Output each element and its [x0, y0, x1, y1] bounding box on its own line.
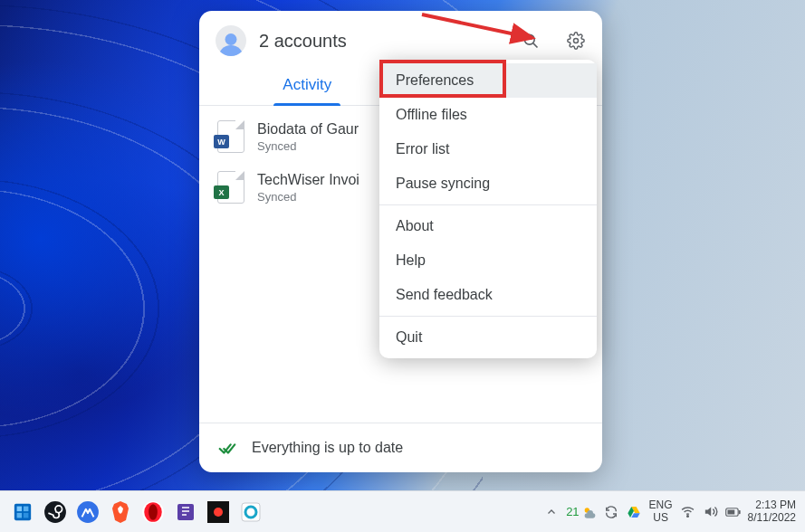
svg-rect-22 — [738, 509, 740, 513]
settings-menu: Preferences Offline files Error list Pau… — [379, 60, 597, 358]
menu-preferences[interactable]: Preferences — [379, 63, 597, 98]
steam-icon[interactable] — [42, 499, 69, 526]
taskbar: 21 ENG US 2:13 PM 8/11/2022 — [0, 490, 805, 532]
menu-send-feedback[interactable]: Send feedback — [379, 278, 597, 312]
file-name: TechWiser Invoi — [257, 171, 359, 188]
nordvpn-icon[interactable] — [74, 499, 101, 526]
menu-offline-files[interactable]: Offline files — [379, 98, 597, 132]
menu-sep — [379, 204, 597, 205]
svg-rect-14 — [177, 504, 194, 520]
svg-rect-4 — [14, 503, 31, 519]
svg-rect-7 — [17, 512, 22, 518]
menu-error-list[interactable]: Error list — [379, 132, 597, 166]
svg-point-20 — [686, 516, 688, 518]
menu-help[interactable]: Help — [379, 243, 597, 278]
menu-sep — [379, 316, 597, 317]
menu-about[interactable]: About — [379, 209, 597, 243]
app-icon-ring[interactable] — [237, 499, 264, 526]
footer-text: Everything is up to date — [252, 440, 403, 456]
start-icon[interactable] — [9, 499, 36, 526]
accounts-label[interactable]: 2 accounts — [259, 31, 508, 52]
svg-rect-6 — [24, 506, 28, 511]
svg-point-16 — [214, 508, 223, 517]
svg-point-13 — [149, 504, 158, 519]
gear-icon[interactable] — [566, 31, 586, 51]
file-name: Biodata of Gaur — [257, 120, 359, 138]
wifi-icon[interactable] — [680, 504, 695, 519]
svg-point-2 — [574, 39, 579, 43]
drive-header: 2 accounts — [199, 11, 602, 62]
svg-rect-5 — [17, 506, 22, 511]
word-file-icon: W — [217, 120, 244, 153]
app-icon-dark[interactable] — [205, 499, 232, 526]
opera-icon[interactable] — [139, 499, 167, 526]
avatar[interactable] — [216, 25, 246, 56]
sync-icon[interactable] — [604, 504, 619, 519]
svg-point-0 — [524, 34, 534, 44]
menu-pause-syncing[interactable]: Pause syncing — [379, 166, 597, 201]
svg-rect-8 — [24, 512, 28, 518]
file-status: Synced — [257, 139, 359, 153]
volume-icon[interactable] — [703, 504, 718, 519]
excel-file-icon: X — [217, 171, 244, 204]
menu-quit[interactable]: Quit — [379, 320, 597, 355]
svg-point-9 — [44, 501, 66, 523]
language-indicator[interactable]: ENG US — [649, 499, 673, 523]
search-icon[interactable] — [521, 31, 541, 51]
svg-line-1 — [533, 43, 538, 48]
weather-widget[interactable]: 21 — [566, 505, 596, 519]
file-status: Synced — [257, 190, 359, 204]
chevron-up-icon[interactable] — [543, 504, 559, 519]
pdf-icon[interactable] — [172, 499, 199, 526]
brave-icon[interactable] — [107, 499, 134, 526]
tab-activity[interactable]: Activity — [214, 67, 401, 105]
clock[interactable]: 2:13 PM 8/11/2022 — [748, 499, 796, 525]
svg-rect-23 — [727, 509, 734, 514]
drive-tray-icon[interactable] — [627, 504, 642, 519]
drive-footer: Everything is up to date — [199, 423, 602, 472]
battery-icon[interactable] — [725, 504, 741, 519]
check-icon — [217, 438, 237, 458]
